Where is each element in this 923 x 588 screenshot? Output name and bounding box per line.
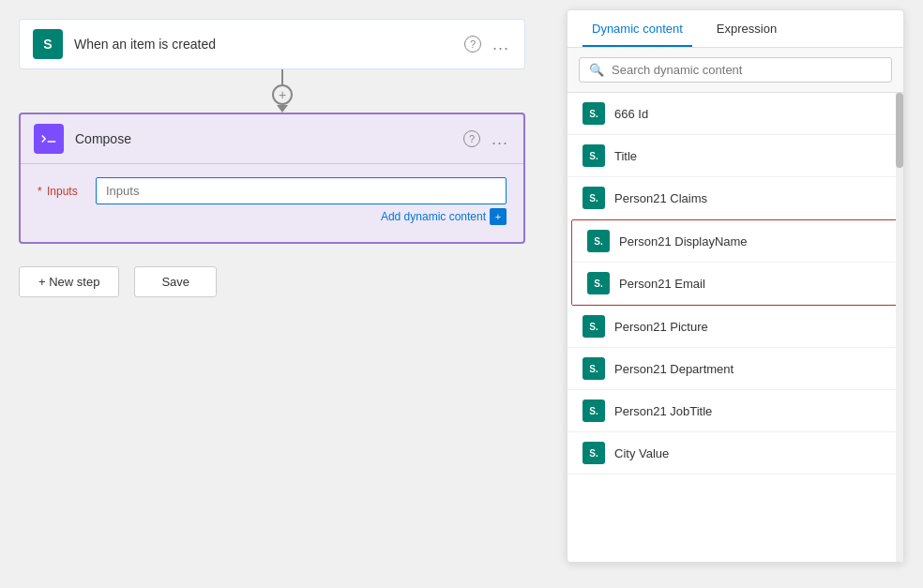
- trigger-title: When an item is created: [74, 37, 464, 52]
- item-label: Person21 DisplayName: [619, 234, 748, 249]
- search-icon: 🔍: [589, 63, 604, 77]
- item-label: 666 Id: [614, 107, 648, 121]
- tab-dynamic-content[interactable]: Dynamic content: [583, 10, 692, 47]
- item-label: Person21 Picture: [614, 320, 708, 334]
- add-dynamic-icon: +: [490, 208, 507, 225]
- item-label: Person21 Department: [614, 362, 734, 376]
- connector-arrow: [277, 105, 288, 113]
- add-dynamic-content: Add dynamic content +: [96, 208, 507, 225]
- bottom-buttons: + New step Save: [19, 266, 217, 297]
- search-input[interactable]: [612, 63, 882, 77]
- tab-expression[interactable]: Expression: [707, 10, 786, 47]
- compose-info-button[interactable]: ?: [463, 130, 480, 147]
- dynamic-content-panel: Dynamic content Expression 🔍 S.666 IdS.T…: [567, 9, 904, 563]
- compose-card: Compose ? ... * Inputs Add dynamic conte…: [19, 113, 525, 244]
- list-item[interactable]: S.City Value: [567, 432, 903, 475]
- new-step-button[interactable]: + New step: [19, 266, 119, 297]
- add-dynamic-link[interactable]: Add dynamic content: [381, 210, 486, 223]
- item-icon: S.: [583, 102, 605, 125]
- compose-header: Compose ? ...: [21, 114, 523, 164]
- list-item[interactable]: S.Person21 Department: [567, 348, 903, 390]
- connector: +: [272, 69, 293, 113]
- list-item[interactable]: S.Person21 Email: [572, 263, 899, 305]
- list-item[interactable]: S.Title: [567, 135, 903, 177]
- inputs-label: * Inputs: [38, 177, 84, 198]
- item-icon: S.: [583, 400, 605, 422]
- item-icon: S.: [583, 442, 605, 464]
- panel-tabs: Dynamic content Expression: [567, 10, 903, 48]
- list-item[interactable]: S.Person21 JobTitle: [567, 390, 903, 432]
- compose-more-button[interactable]: ...: [490, 128, 510, 151]
- item-label: Person21 Email: [619, 277, 705, 291]
- inputs-wrapper: Add dynamic content +: [96, 177, 507, 225]
- item-label: City Value: [614, 446, 669, 460]
- item-icon: S.: [587, 230, 610, 252]
- panel-search: 🔍: [567, 48, 903, 93]
- item-label: Title: [614, 149, 637, 163]
- item-icon: S.: [583, 187, 605, 209]
- list-item[interactable]: S.Person21 Claims: [567, 177, 903, 219]
- panel-list: S.666 IdS.TitleS.Person21 ClaimsS.Person…: [567, 93, 903, 562]
- save-button[interactable]: Save: [134, 266, 217, 297]
- compose-title: Compose: [75, 131, 463, 146]
- list-item[interactable]: S.666 Id: [567, 93, 903, 135]
- inputs-input[interactable]: [96, 177, 507, 204]
- highlighted-group: S.Person21 DisplayNameS.Person21 Email: [571, 219, 900, 306]
- trigger-actions: ? ...: [464, 33, 511, 56]
- item-icon: S.: [587, 272, 610, 294]
- list-item[interactable]: S.Person21 DisplayName: [572, 220, 899, 263]
- item-label: Person21 JobTitle: [614, 404, 712, 418]
- trigger-more-button[interactable]: ...: [491, 33, 511, 56]
- compose-header-actions: ? ...: [463, 128, 510, 151]
- list-item[interactable]: S.Person21 Picture: [567, 306, 903, 348]
- connector-line: [281, 69, 283, 84]
- trigger-info-button[interactable]: ?: [464, 36, 481, 53]
- add-step-button[interactable]: +: [272, 84, 293, 105]
- search-box: 🔍: [579, 57, 892, 83]
- item-icon: S.: [583, 144, 605, 167]
- compose-icon: [34, 124, 64, 154]
- item-icon: S.: [583, 315, 605, 338]
- scrollbar-thumb[interactable]: [896, 93, 903, 168]
- item-icon: S.: [583, 357, 605, 380]
- compose-body: * Inputs Add dynamic content +: [21, 164, 523, 242]
- scrollbar-track[interactable]: [896, 93, 903, 562]
- trigger-card: S When an item is created ? ...: [19, 19, 525, 69]
- trigger-icon: S: [33, 29, 63, 59]
- inputs-field-row: * Inputs Add dynamic content +: [38, 177, 507, 225]
- item-label: Person21 Claims: [614, 191, 707, 205]
